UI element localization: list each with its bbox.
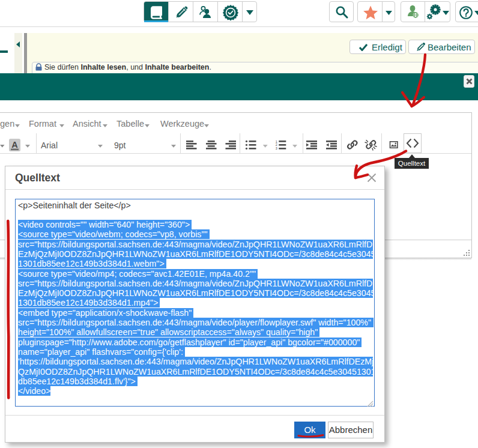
svg-text:9pt: 9pt xyxy=(114,141,126,150)
svg-text:A: A xyxy=(11,140,18,150)
svg-text:Arial: Arial xyxy=(41,141,58,150)
svg-text:3: 3 xyxy=(276,147,277,150)
